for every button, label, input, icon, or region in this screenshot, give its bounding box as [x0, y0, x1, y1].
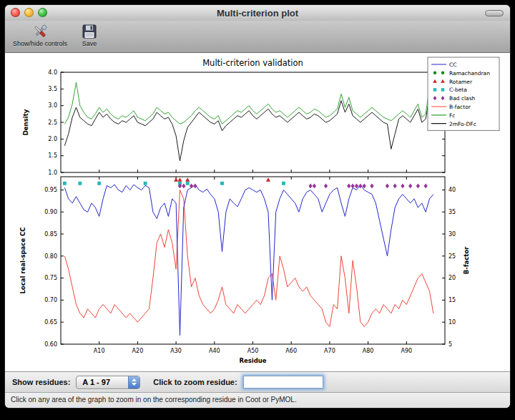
top-axes [61, 72, 445, 172]
svg-text:0.75: 0.75 [44, 275, 57, 281]
status-bar: Click on any area of the graph to zoom i… [5, 392, 510, 408]
svg-text:0.60: 0.60 [44, 341, 57, 348]
toolbar-toggle-button[interactable] [485, 10, 504, 16]
svg-text:1.5: 1.5 [48, 152, 57, 159]
svg-text:20: 20 [448, 275, 456, 281]
close-button[interactable] [11, 8, 20, 17]
svg-text:A60: A60 [285, 348, 297, 354]
status-message: Click on any area of the graph to zoom i… [11, 396, 297, 404]
controls-bar: Show residues: A 1 - 97 Click to zoom re… [5, 371, 510, 392]
svg-text:Bad clash: Bad clash [449, 95, 476, 102]
svg-text:2.5: 2.5 [48, 119, 57, 126]
svg-text:A10: A10 [94, 348, 105, 354]
title-bar[interactable]: Multi-criterion plot [5, 5, 510, 21]
svg-text:40: 40 [448, 187, 456, 193]
svg-text:25: 25 [448, 253, 456, 260]
show-hide-controls-button[interactable]: Show/hide controls [9, 22, 71, 48]
svg-text:3.5: 3.5 [48, 86, 57, 92]
svg-text:0.70: 0.70 [44, 297, 57, 303]
svg-text:10: 10 [448, 319, 456, 326]
svg-text:Rotamer: Rotamer [449, 79, 473, 85]
plot-canvas[interactable]: Multi-criterion validation1.01.52.02.53.… [5, 53, 510, 371]
svg-text:0.85: 0.85 [44, 231, 57, 238]
svg-text:0.95: 0.95 [44, 187, 57, 193]
svg-text:Density: Density [22, 109, 29, 135]
svg-text:3.0: 3.0 [48, 102, 57, 109]
chain-range-select[interactable]: A 1 - 97 [76, 376, 140, 389]
svg-text:5: 5 [448, 341, 452, 348]
toolbar: Show/hide controls Save [5, 21, 510, 53]
zoom-residue-label: Click to zoom residue: [153, 378, 237, 386]
svg-text:B-factor: B-factor [449, 104, 471, 110]
svg-text:C-beta: C-beta [449, 87, 467, 93]
svg-text:2.0: 2.0 [48, 136, 57, 142]
svg-text:2mFo-DFc: 2mFo-DFc [449, 121, 476, 127]
svg-text:35: 35 [448, 209, 456, 215]
svg-text:A20: A20 [132, 348, 144, 354]
svg-text:Ramachandran: Ramachandran [449, 70, 490, 77]
svg-text:0.65: 0.65 [44, 319, 57, 326]
svg-text:0.90: 0.90 [44, 209, 57, 215]
svg-text:4.0: 4.0 [48, 69, 57, 76]
crossed-tools-icon [31, 23, 49, 40]
svg-text:CC: CC [449, 62, 456, 68]
svg-text:Residue: Residue [239, 357, 266, 364]
save-floppy-icon [82, 23, 97, 40]
stepper-arrows-icon [128, 376, 139, 389]
svg-text:A40: A40 [209, 348, 220, 354]
traffic-lights [11, 8, 47, 17]
svg-text:A30: A30 [170, 348, 182, 354]
svg-text:B-factor: B-factor [463, 246, 470, 274]
toolbar-item-label: Save [82, 40, 97, 47]
svg-text:A50: A50 [247, 348, 259, 354]
show-residues-label: Show residues: [12, 378, 70, 386]
minimize-button[interactable] [24, 8, 34, 17]
save-button[interactable]: Save [78, 22, 101, 48]
svg-text:1.0: 1.0 [48, 170, 57, 176]
svg-text:15: 15 [448, 297, 456, 303]
svg-text:A80: A80 [363, 348, 374, 354]
toolbar-item-label: Show/hide controls [13, 40, 67, 47]
svg-text:0.80: 0.80 [44, 253, 57, 260]
bottom-axes [61, 177, 445, 344]
svg-text:Fc: Fc [449, 112, 455, 119]
svg-text:Local real-space CC: Local real-space CC [19, 227, 26, 293]
svg-text:Multi-criterion validation: Multi-criterion validation [202, 58, 303, 68]
chain-range-value: A 1 - 97 [77, 378, 128, 386]
zoom-window-button[interactable] [38, 8, 47, 17]
svg-text:A70: A70 [324, 348, 335, 354]
window-title: Multi-criterion plot [5, 8, 510, 19]
legend-box [428, 57, 499, 130]
svg-text:A90: A90 [401, 348, 412, 354]
multi-criterion-plot-window: Multi-criterion plot Show/hide controls [5, 5, 510, 408]
svg-text:30: 30 [448, 231, 456, 238]
multi-criterion-chart[interactable]: Multi-criterion validation1.01.52.02.53.… [5, 53, 510, 371]
zoom-residue-input[interactable] [243, 376, 323, 389]
